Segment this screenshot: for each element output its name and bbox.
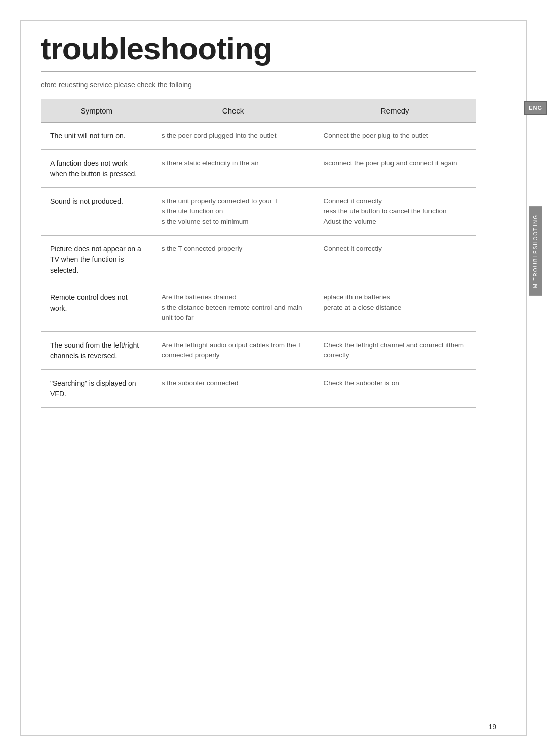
cell-check-1: s there static electricity in the air	[152, 150, 314, 188]
cell-symptom-1: A function does not work when the button…	[41, 150, 152, 188]
border-top	[20, 20, 527, 21]
side-tab-eng: ENG	[524, 101, 547, 115]
cell-check-4: Are the batteries draineds the distance …	[152, 284, 314, 331]
cell-symptom-3: Picture does not appear on a TV when the…	[41, 235, 152, 284]
cell-remedy-6: Check the suboofer is on	[314, 369, 476, 407]
cell-remedy-3: Connect it correctly	[314, 235, 476, 284]
border-bottom	[20, 735, 527, 736]
troubleshooting-table: Symptom Check Remedy The unit will not t…	[41, 99, 476, 408]
table-row: Sound is not produced.s the unit properl…	[41, 188, 476, 236]
page-number: 19	[488, 723, 496, 731]
page-title: troubleshooting	[41, 30, 476, 72]
cell-remedy-5: Check the leftright channel and connect …	[314, 331, 476, 369]
cell-check-5: Are the leftright audio output cables fr…	[152, 331, 314, 369]
cell-remedy-1: isconnect the poer plug and connect it a…	[314, 150, 476, 188]
table-row: A function does not work when the button…	[41, 150, 476, 188]
cell-remedy-4: eplace ith ne batteriesperate at a close…	[314, 284, 476, 331]
cell-check-6: s the suboofer connected	[152, 369, 314, 407]
cell-remedy-0: Connect the poer plug to the outlet	[314, 123, 476, 150]
cell-symptom-2: Sound is not produced.	[41, 188, 152, 236]
table-row: The sound from the left/right channels i…	[41, 331, 476, 369]
table-row: "Searching" is displayed on VFD.s the su…	[41, 369, 476, 407]
side-label-container: ENG M TROUBLESHOOTING	[524, 101, 547, 296]
cell-check-0: s the poer cord plugged into the outlet	[152, 123, 314, 150]
cell-remedy-2: Connect it correctlyress the ute button …	[314, 188, 476, 236]
cell-check-2: s the unit properly connected to your Ts…	[152, 188, 314, 236]
col-header-symptom: Symptom	[41, 99, 152, 123]
subtitle: efore reuesting service please check the…	[41, 81, 506, 89]
cell-symptom-0: The unit will not turn on.	[41, 123, 152, 150]
table-row: Picture does not appear on a TV when the…	[41, 235, 476, 284]
cell-check-3: s the T connected properly	[152, 235, 314, 284]
cell-symptom-4: Remote control does not work.	[41, 284, 152, 331]
cell-symptom-6: "Searching" is displayed on VFD.	[41, 369, 152, 407]
table-row: The unit will not turn on.s the poer cor…	[41, 123, 476, 150]
cell-symptom-5: The sound from the left/right channels i…	[41, 331, 152, 369]
col-header-check: Check	[152, 99, 314, 123]
side-tab-main: M TROUBLESHOOTING	[529, 207, 542, 296]
col-header-remedy: Remedy	[314, 99, 476, 123]
border-left	[20, 20, 21, 736]
table-row: Remote control does not work.Are the bat…	[41, 284, 476, 331]
